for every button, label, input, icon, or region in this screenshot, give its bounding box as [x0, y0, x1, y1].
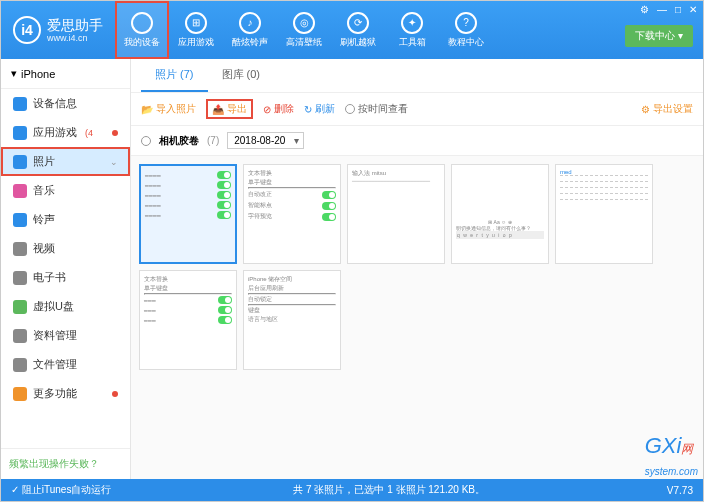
photo-thumb[interactable]: iPhone 储存空间 后台应用刷新 自动锁定 键盘 语言与地区	[243, 270, 341, 370]
nav-ringtones[interactable]: ♪酷炫铃声	[223, 1, 277, 59]
tools-icon: ✦	[401, 12, 423, 34]
sidebar-apps[interactable]: 应用游戏(4	[1, 118, 130, 147]
logo-icon: i4	[13, 16, 41, 44]
flash-icon: ⟳	[347, 12, 369, 34]
bell-icon	[13, 213, 27, 227]
app-name: 爱思助手	[47, 17, 103, 34]
close-button[interactable]: ✕	[689, 4, 697, 15]
photo-thumb[interactable]: 文本替换 单手键盘 ━━━ ━━━ ━━━	[139, 270, 237, 370]
badge-dot	[112, 391, 118, 397]
download-center-button[interactable]: 下载中心 ▾	[625, 25, 693, 47]
sidebar-music[interactable]: 音乐	[1, 176, 130, 205]
maximize-button[interactable]: □	[675, 4, 681, 15]
window-controls: ⚙ — □ ✕	[640, 4, 697, 15]
info-icon	[13, 97, 27, 111]
import-button[interactable]: 📂 导入照片	[141, 102, 196, 116]
settings-icon[interactable]: ⚙	[640, 4, 649, 15]
video-icon	[13, 242, 27, 256]
sidebar-device-info[interactable]: 设备信息	[1, 89, 130, 118]
apps-icon	[13, 126, 27, 140]
nav-tools[interactable]: ✦工具箱	[385, 1, 439, 59]
data-icon	[13, 329, 27, 343]
sidebar-help-link[interactable]: 频繁出现操作失败？	[1, 448, 130, 479]
tab-gallery[interactable]: 图库 (0)	[208, 59, 275, 92]
photo-thumb[interactable]: med	[555, 164, 653, 264]
music-icon	[13, 184, 27, 198]
album-radio[interactable]	[141, 136, 151, 146]
version-label: V7.73	[667, 485, 693, 496]
photo-grid: ━━━━ ━━━━ ━━━━ ━━━━ ━━━━ 文本替换 单手键盘 自动改正 …	[131, 156, 703, 479]
sidebar-ringtones[interactable]: 铃声	[1, 205, 130, 234]
minimize-button[interactable]: —	[657, 4, 667, 15]
sidebar-data[interactable]: 资料管理	[1, 321, 130, 350]
chevron-down-icon: ⌄	[110, 157, 118, 167]
sidebar-files[interactable]: 文件管理	[1, 350, 130, 379]
export-settings-button[interactable]: ⚙ 导出设置	[641, 102, 693, 116]
sort-time-toggle[interactable]: 按时间查看	[345, 102, 408, 116]
sidebar-photos[interactable]: 照片⌄	[1, 147, 130, 176]
nav-tutorials[interactable]: ?教程中心	[439, 1, 493, 59]
photo-thumb[interactable]: ⊞ Aa ☺ ⊕ 明切换通知信息，请问有什么事？ q w e r t y u i…	[451, 164, 549, 264]
itunes-toggle[interactable]: ✓ 阻止iTunes自动运行	[11, 483, 111, 497]
refresh-button[interactable]: ↻ 刷新	[304, 102, 335, 116]
ringtone-icon: ♪	[239, 12, 261, 34]
device-selector[interactable]: ▾ iPhone	[1, 59, 130, 89]
sidebar-videos[interactable]: 视频	[1, 234, 130, 263]
photo-thumb[interactable]: ━━━━ ━━━━ ━━━━ ━━━━ ━━━━	[139, 164, 237, 264]
folder-icon	[13, 358, 27, 372]
delete-button[interactable]: ⊘ 删除	[263, 102, 294, 116]
more-icon	[13, 387, 27, 401]
top-nav: 我的设备 ⊞应用游戏 ♪酷炫铃声 ◎高清壁纸 ⟳刷机越狱 ✦工具箱 ?教程中心	[115, 1, 493, 59]
usb-icon	[13, 300, 27, 314]
app-url: www.i4.cn	[47, 33, 103, 43]
status-info: 共 7 张照片，已选中 1 张照片 121.20 KB。	[293, 483, 485, 497]
nav-flash[interactable]: ⟳刷机越狱	[331, 1, 385, 59]
nav-wallpapers[interactable]: ◎高清壁纸	[277, 1, 331, 59]
apps-icon: ⊞	[185, 12, 207, 34]
sidebar-udisk[interactable]: 虚拟U盘	[1, 292, 130, 321]
help-icon: ?	[455, 12, 477, 34]
date-selector[interactable]: 2018-08-20	[227, 132, 304, 149]
sidebar-more[interactable]: 更多功能	[1, 379, 130, 408]
sidebar-ebooks[interactable]: 电子书	[1, 263, 130, 292]
photo-thumb[interactable]: 输入法 mitsu ━━━━━━━━━━━━━━━━━━━━━━━━━━	[347, 164, 445, 264]
book-icon	[13, 271, 27, 285]
tab-photos[interactable]: 照片 (7)	[141, 59, 208, 92]
album-count: (7)	[207, 135, 219, 146]
nav-my-device[interactable]: 我的设备	[115, 1, 169, 59]
nav-apps[interactable]: ⊞应用游戏	[169, 1, 223, 59]
wallpaper-icon: ◎	[293, 12, 315, 34]
app-logo: i4 爱思助手 www.i4.cn	[1, 16, 115, 44]
badge-dot	[112, 130, 118, 136]
photo-thumb[interactable]: 文本替换 单手键盘 自动改正 智能标点 字符预览	[243, 164, 341, 264]
photos-icon	[13, 155, 27, 169]
apple-icon	[131, 12, 153, 34]
album-name: 相机胶卷	[159, 134, 199, 148]
export-button[interactable]: 📤 导出	[206, 99, 253, 119]
